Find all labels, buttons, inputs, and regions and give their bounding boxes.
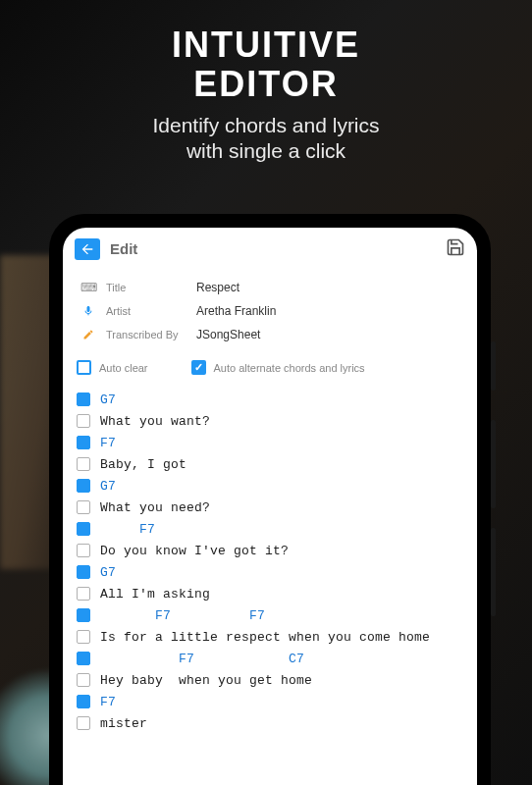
line-checkbox[interactable] xyxy=(77,587,90,601)
song-line[interactable]: mister xyxy=(77,712,469,734)
line-checkbox[interactable] xyxy=(77,565,90,579)
song-line[interactable]: What you need? xyxy=(77,497,469,518)
line-checkbox[interactable] xyxy=(77,673,90,687)
meta-value: Respect xyxy=(196,281,239,294)
chord-text: F7 xyxy=(100,695,116,709)
promo-title: INTUITIVE EDITOR xyxy=(0,26,532,103)
lyric-text: Is for a little respect when you come ho… xyxy=(100,630,430,645)
song-line[interactable]: Baby, I got xyxy=(77,453,469,475)
song-line[interactable]: F7 xyxy=(77,518,469,540)
checkbox-checked-icon xyxy=(191,360,206,375)
meta-label: Transcribed By xyxy=(98,329,196,340)
back-button[interactable] xyxy=(75,238,100,260)
option-label: Auto clear xyxy=(99,362,148,374)
editor-title: Edit xyxy=(110,240,446,257)
meta-value: Aretha Franklin xyxy=(196,304,276,318)
phone-side-button xyxy=(491,341,496,391)
line-checkbox[interactable] xyxy=(77,414,90,428)
lyric-text: Hey baby when you get home xyxy=(100,673,312,688)
editor-topbar: Edit xyxy=(63,228,477,268)
song-line[interactable]: F7 C7 xyxy=(77,648,469,669)
floppy-disk-icon xyxy=(446,237,465,257)
line-checkbox[interactable] xyxy=(77,630,90,644)
option-label: Auto alternate chords and lyrics xyxy=(214,362,365,374)
lyric-text: mister xyxy=(100,716,147,731)
song-line[interactable]: G7 xyxy=(77,475,469,497)
song-lines: G7What you want?F7Baby, I gotG7What you … xyxy=(63,383,477,734)
line-checkbox[interactable] xyxy=(77,436,90,449)
phone-frame: Edit ⌨ Title Respect Artist Aretha Frank… xyxy=(49,214,491,785)
chord-text: F7 C7 xyxy=(100,652,304,666)
lyric-text: What you need? xyxy=(100,500,210,515)
chord-text: G7 xyxy=(100,565,116,580)
chord-text: F7 xyxy=(100,436,116,450)
meta-artist-row[interactable]: Artist Aretha Franklin xyxy=(79,299,461,323)
line-checkbox[interactable] xyxy=(77,695,90,708)
line-checkbox[interactable] xyxy=(77,608,90,622)
song-line[interactable]: Is for a little respect when you come ho… xyxy=(77,626,469,648)
song-line[interactable]: F7 F7 xyxy=(77,604,469,626)
meta-title-row[interactable]: ⌨ Title Respect xyxy=(79,276,461,299)
meta-label: Title xyxy=(98,282,196,293)
song-line[interactable]: G7 xyxy=(77,561,469,583)
editor-options: Auto clear Auto alternate chords and lyr… xyxy=(63,350,477,383)
line-checkbox[interactable] xyxy=(77,457,90,471)
pencil-icon xyxy=(79,329,98,340)
microphone-icon xyxy=(79,305,98,317)
song-line[interactable]: F7 xyxy=(77,432,469,453)
promo-subtitle: Identify chords and lyrics with single a… xyxy=(0,113,532,165)
line-checkbox[interactable] xyxy=(77,522,90,536)
line-checkbox[interactable] xyxy=(77,652,90,665)
auto-alternate-option[interactable]: Auto alternate chords and lyrics xyxy=(191,360,365,375)
song-line[interactable]: G7 xyxy=(77,389,469,410)
keyboard-icon: ⌨ xyxy=(79,281,98,294)
phone-side-button xyxy=(491,420,496,508)
meta-transcribed-row[interactable]: Transcribed By JSongSheet xyxy=(79,323,461,346)
lyric-text: Baby, I got xyxy=(100,457,186,472)
line-checkbox[interactable] xyxy=(77,392,90,406)
phone-side-button xyxy=(491,528,496,616)
app-screen: Edit ⌨ Title Respect Artist Aretha Frank… xyxy=(63,228,477,785)
chord-text: F7 F7 xyxy=(100,608,265,623)
chord-text: F7 xyxy=(100,522,155,537)
song-metadata: ⌨ Title Respect Artist Aretha Franklin T… xyxy=(63,268,477,350)
arrow-left-icon xyxy=(80,241,95,257)
song-line[interactable]: What you want? xyxy=(77,410,469,432)
meta-value: JSongSheet xyxy=(196,328,260,341)
auto-clear-option[interactable]: Auto clear xyxy=(77,360,148,375)
chord-text: G7 xyxy=(100,479,116,494)
line-checkbox[interactable] xyxy=(77,500,90,514)
song-line[interactable]: F7 xyxy=(77,691,469,712)
line-checkbox[interactable] xyxy=(77,716,90,730)
lyric-text: All I'm asking xyxy=(100,587,210,602)
song-line[interactable]: All I'm asking xyxy=(77,583,469,604)
song-line[interactable]: Hey baby when you get home xyxy=(77,669,469,691)
line-checkbox[interactable] xyxy=(77,479,90,493)
meta-label: Artist xyxy=(98,305,196,317)
line-checkbox[interactable] xyxy=(77,544,90,557)
song-line[interactable]: Do you know I've got it? xyxy=(77,540,469,561)
lyric-text: Do you know I've got it? xyxy=(100,544,289,558)
chord-text: G7 xyxy=(100,392,116,407)
save-button[interactable] xyxy=(446,237,465,260)
checkbox-icon xyxy=(77,360,91,375)
promo-heading: INTUITIVE EDITOR Identify chords and lyr… xyxy=(0,0,532,165)
lyric-text: What you want? xyxy=(100,414,210,429)
